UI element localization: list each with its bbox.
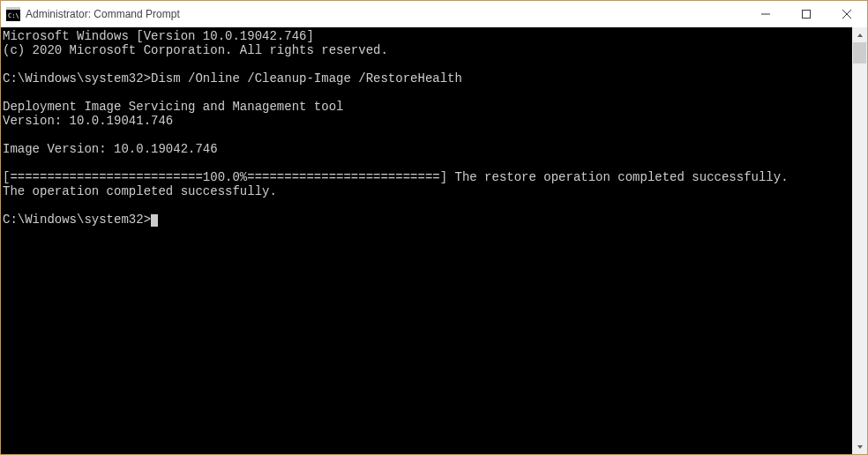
terminal-line	[3, 57, 852, 71]
terminal-line	[3, 156, 852, 170]
scroll-down-arrow[interactable]	[852, 439, 867, 454]
svg-marker-7	[857, 34, 863, 37]
titlebar[interactable]: C:\ Administrator: Command Prompt	[1, 1, 867, 27]
terminal-line: [==========================100.0%=======…	[3, 170, 852, 184]
cursor	[151, 214, 158, 227]
prompt-text: C:\Windows\system32>	[3, 213, 151, 227]
command-prompt-window: C:\ Administrator: Command Prompt Micros…	[0, 0, 868, 455]
vertical-scrollbar[interactable]	[852, 27, 867, 454]
terminal-line: C:\Windows\system32>Dism /Online /Cleanu…	[3, 71, 852, 86]
scroll-thumb[interactable]	[853, 42, 866, 63]
terminal-line: Image Version: 10.0.19042.746	[3, 142, 852, 156]
terminal-line: Deployment Image Servicing and Managemen…	[3, 100, 852, 114]
terminal-line	[3, 86, 852, 100]
cmd-icon: C:\	[6, 7, 20, 21]
terminal-line	[3, 198, 852, 213]
content-area: Microsoft Windows [Version 10.0.19042.74…	[1, 27, 867, 454]
terminal-prompt-line[interactable]: C:\Windows\system32>	[3, 213, 852, 227]
svg-text:C:\: C:\	[8, 12, 19, 19]
terminal-line: The operation completed successfully.	[3, 184, 852, 198]
window-title: Administrator: Command Prompt	[26, 8, 745, 20]
close-button[interactable]	[827, 1, 867, 27]
svg-marker-8	[857, 445, 863, 449]
terminal-output[interactable]: Microsoft Windows [Version 10.0.19042.74…	[1, 27, 852, 454]
window-controls	[745, 1, 867, 27]
terminal-line: Version: 10.0.19041.746	[3, 114, 852, 128]
minimize-button[interactable]	[745, 1, 786, 27]
scroll-up-arrow[interactable]	[852, 27, 867, 42]
svg-rect-1	[6, 7, 20, 10]
maximize-button[interactable]	[786, 1, 827, 27]
svg-rect-4	[803, 11, 811, 19]
terminal-line: (c) 2020 Microsoft Corporation. All righ…	[3, 43, 852, 57]
terminal-line	[3, 128, 852, 142]
terminal-line: Microsoft Windows [Version 10.0.19042.74…	[3, 29, 852, 43]
